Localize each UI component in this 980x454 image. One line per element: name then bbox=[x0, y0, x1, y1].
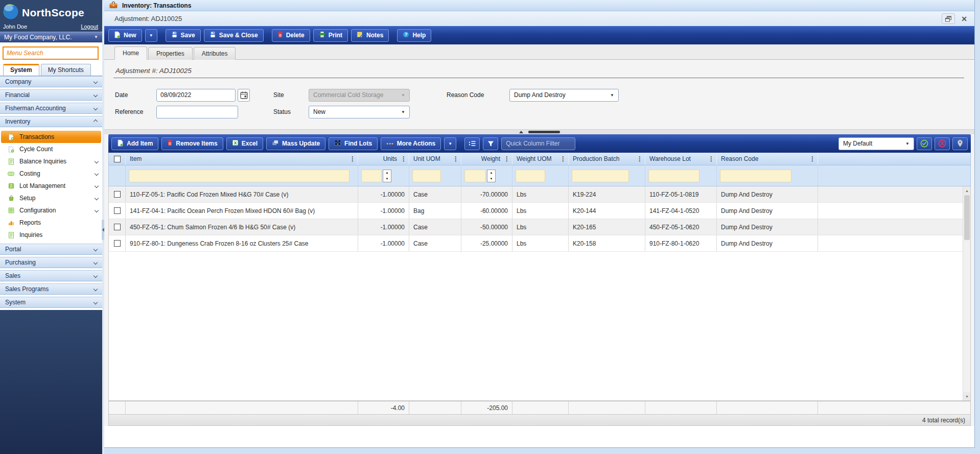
column-menu-icon[interactable]: ⋮ bbox=[708, 155, 714, 162]
reason-code-filter-input[interactable] bbox=[720, 170, 791, 182]
row-checkbox[interactable] bbox=[114, 240, 121, 247]
more-actions-button[interactable]: ••• More Actions bbox=[381, 137, 441, 150]
notes-button[interactable]: Notes bbox=[351, 29, 389, 42]
delete-button[interactable]: Delete bbox=[272, 29, 310, 42]
reason-code-select[interactable]: Dump And Destroy ▼ bbox=[509, 89, 619, 102]
column-header-unit-uom[interactable]: Unit UOM⋮ bbox=[409, 153, 461, 165]
excel-button[interactable]: X Excel bbox=[226, 137, 263, 150]
filter-button[interactable] bbox=[483, 137, 498, 150]
column-header-reason-code[interactable]: Reason Code⋮ bbox=[717, 153, 818, 165]
row-checkbox[interactable] bbox=[114, 191, 121, 198]
company-selector[interactable]: My Food Company, LLC. ▼ bbox=[0, 32, 102, 42]
sidebar-section-sales[interactable]: Sales bbox=[0, 270, 102, 281]
splitter-handle[interactable] bbox=[528, 131, 560, 133]
sidebar-item-cycle-count[interactable]: Cycle Count bbox=[0, 143, 102, 155]
column-menu-icon[interactable]: ⋮ bbox=[637, 155, 643, 162]
pin-view-button[interactable] bbox=[952, 137, 968, 150]
tab-my-shortcuts[interactable]: My Shortcuts bbox=[41, 64, 91, 76]
quick-column-filter-input[interactable] bbox=[501, 137, 575, 150]
collapse-up-icon[interactable] bbox=[519, 131, 523, 133]
sidebar-section-portal[interactable]: Portal bbox=[0, 244, 102, 255]
restore-window-button[interactable] bbox=[942, 13, 955, 24]
sidebar-item-balance-inquiries[interactable]: Balance Inquiries bbox=[0, 155, 102, 168]
sidebar-section-financial[interactable]: Financial bbox=[0, 89, 102, 101]
find-lots-button[interactable]: Find Lots bbox=[329, 137, 378, 150]
scroll-up-button[interactable]: ▲ bbox=[963, 186, 971, 195]
units-filter-input[interactable] bbox=[361, 170, 382, 182]
scroll-down-button[interactable]: ▼ bbox=[963, 392, 971, 400]
table-row[interactable]: 141-FZ-04-1: Pacific Ocean Perch Frozen … bbox=[109, 203, 970, 219]
sidebar-item-reports[interactable]: Reports bbox=[0, 217, 102, 229]
production-batch-filter-input[interactable] bbox=[572, 170, 629, 182]
more-actions-dropdown-button[interactable]: ▼ bbox=[444, 137, 456, 150]
unit-uom-filter-input[interactable] bbox=[412, 170, 441, 182]
units-cell: -1.00000 bbox=[358, 186, 409, 202]
sidebar-item-costing[interactable]: Costing bbox=[0, 168, 102, 180]
column-menu-icon[interactable]: ⋮ bbox=[504, 155, 510, 162]
column-header-production-batch[interactable]: Production Batch⋮ bbox=[569, 153, 645, 165]
column-menu-icon[interactable]: ⋮ bbox=[401, 155, 407, 162]
view-selector[interactable]: My Default ▼ bbox=[838, 137, 914, 150]
logout-link[interactable]: Logout bbox=[81, 23, 98, 30]
sidebar-section-sales-programs[interactable]: Sales Programs bbox=[0, 283, 102, 295]
units-filter-spinner[interactable]: ▲▼ bbox=[383, 170, 391, 182]
column-header-item[interactable]: Item⋮ bbox=[126, 153, 358, 165]
column-header-units[interactable]: Units⋮ bbox=[358, 153, 409, 165]
tab-home[interactable]: Home bbox=[114, 46, 147, 60]
grid-vertical-scrollbar[interactable]: ▲ ▼ bbox=[963, 186, 970, 400]
grid-filter-row: ▲▼ ▲▼ bbox=[108, 165, 971, 186]
remove-items-button[interactable]: Remove Items bbox=[161, 137, 223, 150]
help-button[interactable]: ? Help bbox=[397, 29, 431, 42]
scrollbar-thumb[interactable] bbox=[964, 195, 970, 240]
save-button[interactable]: Save bbox=[166, 29, 201, 42]
close-window-button[interactable]: ✕ bbox=[959, 15, 969, 23]
tab-attributes[interactable]: Attributes bbox=[194, 47, 236, 60]
form-grid-splitter[interactable] bbox=[104, 129, 974, 134]
row-checkbox[interactable] bbox=[114, 207, 121, 214]
reference-input[interactable] bbox=[156, 106, 238, 118]
table-row[interactable]: 910-FZ-80-1: Dungeness Crab Frozen 8-16 … bbox=[109, 235, 970, 252]
sidebar-item-lot-management[interactable]: Lot Management bbox=[0, 180, 102, 192]
column-header-weight[interactable]: Weight⋮ bbox=[461, 153, 512, 165]
column-menu-icon[interactable]: ⋮ bbox=[453, 155, 459, 162]
date-input[interactable] bbox=[156, 89, 236, 102]
select-all-checkbox[interactable] bbox=[114, 156, 121, 162]
table-row[interactable]: 110-FZ-05-1: Pacific Cod Frozen Mixed H&… bbox=[109, 186, 970, 203]
new-dropdown-button[interactable]: ▼ bbox=[145, 29, 157, 42]
weight-filter-spinner[interactable]: ▲▼ bbox=[487, 170, 496, 182]
weight-uom-filter-input[interactable] bbox=[516, 170, 545, 182]
menu-search-input[interactable] bbox=[3, 46, 99, 60]
column-chooser-button[interactable] bbox=[464, 137, 480, 150]
print-button[interactable]: Print bbox=[313, 29, 348, 42]
sidebar-section-fisherman-accounting[interactable]: Fisherman Accounting bbox=[0, 103, 102, 114]
sidebar-section-purchasing[interactable]: Purchasing bbox=[0, 257, 102, 268]
mass-update-button[interactable]: Mass Update bbox=[266, 137, 325, 150]
sidebar-item-setup[interactable]: Setup bbox=[0, 192, 102, 204]
calendar-button[interactable] bbox=[238, 89, 250, 102]
item-filter-input[interactable] bbox=[129, 170, 349, 182]
row-checkbox[interactable] bbox=[114, 224, 121, 230]
sidebar-item-configuration[interactable]: Configuration bbox=[0, 204, 102, 217]
trash-icon bbox=[277, 31, 283, 39]
sidebar-section-inventory[interactable]: Inventory bbox=[0, 116, 102, 127]
weight-filter-input[interactable] bbox=[464, 170, 486, 182]
column-menu-icon[interactable]: ⋮ bbox=[560, 155, 566, 162]
column-header-weight-uom[interactable]: Weight UOM⋮ bbox=[512, 153, 569, 165]
column-menu-icon[interactable]: ⋮ bbox=[349, 155, 356, 162]
sidebar-item-transactions[interactable]: Transactions bbox=[1, 131, 101, 143]
add-item-button[interactable]: Add Item bbox=[111, 137, 158, 150]
status-select[interactable]: New ▼ bbox=[309, 106, 410, 118]
column-menu-icon[interactable]: ⋮ bbox=[809, 155, 815, 162]
table-row[interactable]: 450-FZ-05-1: Chum Salmon Frozen 4/6 lb H… bbox=[109, 219, 970, 235]
sidebar-section-system[interactable]: System bbox=[0, 297, 102, 308]
warehouse-lot-filter-input[interactable] bbox=[648, 170, 699, 182]
sidebar-section-company[interactable]: Company bbox=[0, 76, 102, 87]
tab-system[interactable]: System bbox=[3, 64, 39, 76]
sidebar-item-inquiries[interactable]: Inquiries bbox=[0, 229, 102, 241]
save-close-button[interactable]: Save & Close bbox=[204, 29, 264, 42]
apply-view-button[interactable] bbox=[917, 137, 932, 150]
new-button[interactable]: New bbox=[108, 29, 142, 42]
tab-properties[interactable]: Properties bbox=[148, 47, 193, 60]
cancel-view-button[interactable] bbox=[935, 137, 950, 150]
column-header-warehouse-lot[interactable]: Warehouse Lot⋮ bbox=[645, 153, 717, 165]
